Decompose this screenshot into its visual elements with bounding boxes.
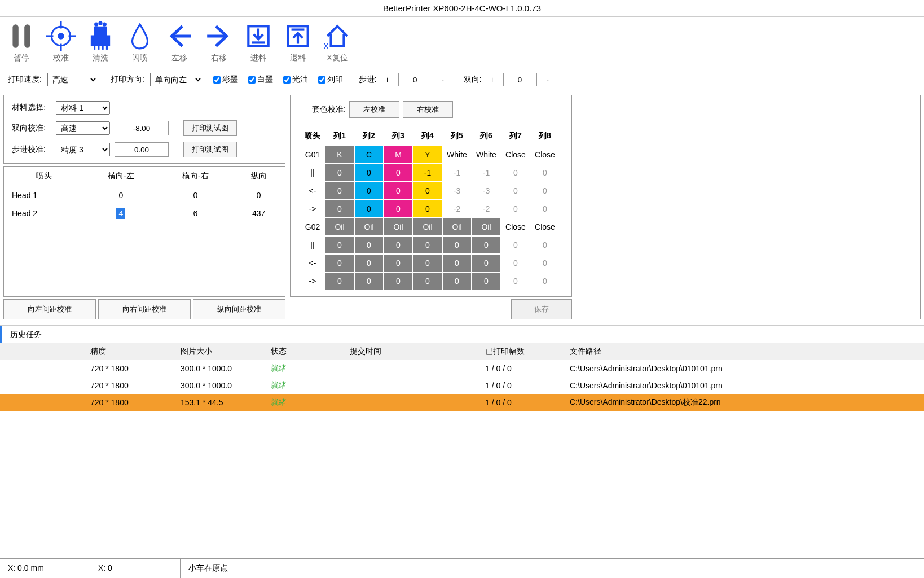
feed-label: 进料 [250, 53, 266, 63]
pause-label: 暂停 [14, 53, 29, 63]
status-x-mm: X: 0.0 mm [0, 559, 90, 578]
status-bar: X: 0.0 mm X: 0 小车在原点 [0, 558, 924, 578]
bidir-input[interactable] [503, 73, 537, 86]
color-grid: 喷头列1列2列3列4列5列6列7列8G01KCMYWhiteWhiteClose… [300, 126, 560, 291]
history-row[interactable]: 720 * 1800300.0 * 1000.0就绪1 / 0 / 0C:\Us… [0, 377, 924, 394]
vertical-spacing-cal-button[interactable]: 纵向间距校准 [193, 299, 285, 319]
history-row[interactable]: 720 * 1800153.1 * 44.5就绪1 / 0 / 0C:\User… [0, 394, 924, 411]
options-bar: 打印速度: 高速 打印方向: 单向向左 彩墨 白墨 光油 列印 步进: + - … [0, 68, 924, 91]
print-dir-label: 打印方向: [111, 75, 144, 85]
material-select[interactable]: 材料 1 [56, 101, 110, 115]
step-cal-value-input[interactable] [115, 142, 169, 157]
svg-rect-0 [12, 24, 18, 48]
print-dir-select[interactable]: 单向向左 [150, 73, 203, 86]
material-label: 材料选择: [12, 103, 51, 113]
svg-point-10 [103, 23, 105, 25]
settings-panel: 材料选择: 材料 1 双向校准: 高速 打印测试图 步进校准: 精度 3 打印测… [3, 95, 285, 164]
bidir-test-print-button[interactable]: 打印测试图 [183, 120, 237, 136]
svg-point-9 [99, 22, 102, 24]
pause-button[interactable]: 暂停 [7, 21, 36, 63]
step-input[interactable] [398, 73, 432, 86]
white-ink-checkbox[interactable]: 白墨 [248, 75, 273, 85]
right-cal-button[interactable]: 右校准 [403, 101, 453, 118]
home-icon: x [323, 21, 352, 51]
move-right-label: 右移 [211, 53, 227, 63]
arrow-left-icon [165, 21, 194, 51]
history-panel: 历史任务 精度图片大小状态提交时间已打印幅数文件路径 720 * 1800300… [0, 325, 924, 411]
head-col-header: 纵向 [232, 167, 285, 186]
step-cal-label: 步进校准: [12, 144, 51, 155]
svg-text:x: x [324, 40, 329, 51]
step-minus-button[interactable]: - [438, 75, 448, 84]
color-ink-checkbox[interactable]: 彩墨 [213, 75, 238, 85]
color-calibration-panel: 套色校准: 左校准 右校准 喷头列1列2列3列4列5列6列7列8G01KCMYW… [290, 95, 572, 297]
head-col-header: 喷头 [4, 167, 83, 186]
left-spacing-cal-button[interactable]: 向左间距校准 [3, 299, 96, 319]
bidir-label: 双向: [464, 75, 482, 85]
step-label: 步进: [359, 75, 377, 85]
svg-point-3 [59, 34, 63, 38]
color-cal-label: 套色校准: [312, 104, 346, 115]
print-speed-select[interactable]: 高速 [47, 73, 98, 86]
oil-checkbox[interactable]: 光油 [283, 75, 308, 85]
retract-label: 退料 [290, 53, 306, 63]
history-tab[interactable]: 历史任务 [0, 326, 50, 343]
left-cal-button[interactable]: 左校准 [349, 101, 399, 118]
blank-panel [577, 95, 921, 319]
step-cal-mode-select[interactable]: 精度 3 [56, 143, 110, 156]
retract-button[interactable]: 退料 [283, 21, 313, 63]
feed-button[interactable]: 进料 [244, 21, 273, 63]
bidir-cal-mode-select[interactable]: 高速 [56, 121, 110, 135]
head-col-header: 横向-左 [83, 167, 158, 186]
clean-icon [86, 21, 115, 51]
drop-icon [125, 21, 155, 51]
bidir-minus-button[interactable]: - [543, 75, 553, 84]
flash-button[interactable]: 闪喷 [125, 21, 155, 63]
step-plus-button[interactable]: + [382, 75, 393, 84]
clean-button[interactable]: 清洗 [86, 21, 115, 63]
window-title: BetterPrinter XP600-2H-4C-WO-I 1.0.0.73 [0, 0, 924, 17]
bidir-plus-button[interactable]: + [487, 75, 498, 84]
history-row[interactable]: 720 * 1800300.0 * 1000.0就绪1 / 0 / 0C:\Us… [0, 360, 924, 377]
move-right-button[interactable]: 右移 [204, 21, 234, 63]
status-x: X: 0 [90, 559, 181, 578]
table-row[interactable]: Head 246437 [4, 204, 285, 222]
head-col-header: 横向-右 [158, 167, 232, 186]
move-left-label: 左移 [171, 53, 187, 63]
bidir-cal-label: 双向校准: [12, 123, 51, 133]
svg-point-8 [95, 23, 98, 25]
right-spacing-cal-button[interactable]: 向右间距校准 [98, 299, 191, 319]
clean-label: 清洗 [93, 53, 108, 63]
x-reset-label: X复位 [327, 53, 347, 63]
calibrate-label: 校准 [53, 53, 69, 63]
head-table: 喷头横向-左横向-右纵向 Head 1000Head 246437 [3, 166, 285, 297]
step-test-print-button[interactable]: 打印测试图 [183, 142, 237, 157]
print-speed-label: 打印速度: [8, 75, 42, 85]
retract-icon [283, 21, 313, 51]
target-icon [46, 21, 76, 51]
status-message: 小车在原点 [181, 559, 481, 578]
bidir-cal-value-input[interactable] [115, 121, 169, 135]
move-left-button[interactable]: 左移 [165, 21, 194, 63]
flash-label: 闪喷 [132, 53, 148, 63]
table-row[interactable]: Head 1000 [4, 186, 285, 205]
calibrate-button[interactable]: 校准 [46, 21, 76, 63]
pause-icon [7, 21, 36, 51]
svg-rect-1 [24, 24, 30, 48]
arrow-right-icon [204, 21, 234, 51]
main-toolbar: 暂停 校准 清洗 闪喷 左移 右移 进料 [0, 17, 924, 68]
print-checkbox[interactable]: 列印 [318, 75, 343, 85]
x-reset-button[interactable]: x X复位 [323, 21, 352, 63]
feed-icon [244, 21, 273, 51]
save-button[interactable]: 保存 [511, 299, 572, 319]
